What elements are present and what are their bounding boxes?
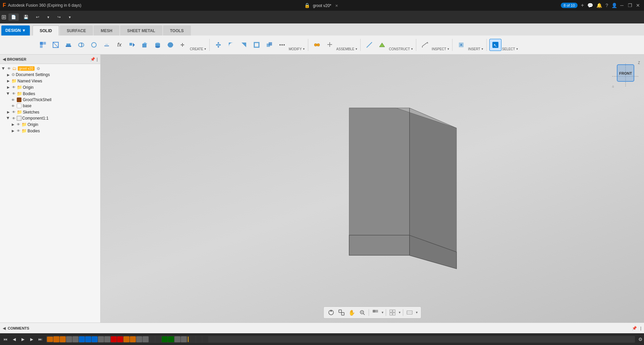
tl-item-13[interactable] bbox=[130, 336, 136, 342]
tl-item-7[interactable] bbox=[92, 336, 98, 342]
timeline-prev-btn[interactable]: ◀ bbox=[10, 335, 18, 343]
grid-menu-icon[interactable]: ⊞ bbox=[1, 13, 6, 21]
eye-bodies[interactable]: 👁 bbox=[11, 91, 16, 96]
shell-btn[interactable] bbox=[251, 39, 263, 51]
assemble-more-btn[interactable] bbox=[324, 39, 336, 51]
tab-surface[interactable]: SURFACE bbox=[60, 25, 93, 36]
measure-btn[interactable] bbox=[419, 39, 431, 51]
chamfer-btn[interactable] bbox=[238, 39, 250, 51]
construct-btn[interactable] bbox=[363, 39, 375, 51]
create-label[interactable]: CREATE ▼ bbox=[190, 47, 207, 51]
select-btn[interactable]: ↖ bbox=[489, 39, 501, 51]
redo-btn[interactable]: ↪ bbox=[55, 13, 63, 21]
tb-move-btn[interactable]: ✛ bbox=[177, 39, 189, 51]
arrow-origin[interactable]: ▶ bbox=[6, 85, 11, 90]
tl-item-18[interactable] bbox=[162, 336, 168, 342]
pan-btn[interactable]: ✋ bbox=[347, 308, 357, 317]
new-component-btn[interactable] bbox=[37, 39, 49, 51]
construct-label[interactable]: CONSTRUCT ▼ bbox=[389, 47, 413, 51]
chat-icon[interactable]: 💬 bbox=[587, 3, 593, 8]
modify-label[interactable]: MODIFY ▼ bbox=[289, 47, 305, 51]
joint-btn[interactable] bbox=[311, 39, 323, 51]
arrow-component1[interactable]: ▶ bbox=[6, 116, 11, 121]
design-button[interactable]: DESIGN ▼ bbox=[1, 25, 30, 36]
tb-sphere-btn[interactable] bbox=[164, 39, 176, 51]
timeline-settings-btn[interactable]: ⚙ bbox=[638, 337, 643, 342]
grid-toggle-btn[interactable] bbox=[388, 308, 397, 317]
tab-tools[interactable]: TOOLS bbox=[163, 25, 191, 36]
undo-btn[interactable]: ↩ bbox=[33, 13, 42, 21]
look-at-btn[interactable] bbox=[337, 308, 346, 317]
combine-btn[interactable] bbox=[263, 39, 275, 51]
arrow-comp-origin[interactable]: ▶ bbox=[11, 122, 15, 127]
arrow-bodies[interactable]: ▶ bbox=[6, 91, 11, 96]
zoom-btn[interactable] bbox=[358, 308, 367, 317]
viewport[interactable]: FRONT Z ⌂ ✋ bbox=[101, 55, 644, 323]
tl-item-24[interactable] bbox=[202, 336, 208, 342]
timeline-track[interactable] bbox=[46, 336, 635, 343]
minimize-btn[interactable]: ─ bbox=[619, 2, 625, 9]
arrow-doc-settings[interactable]: ▶ bbox=[6, 72, 11, 77]
revolve-btn[interactable] bbox=[75, 39, 87, 51]
browser-pin-icon[interactable]: 📌 bbox=[90, 57, 95, 62]
tree-item-base[interactable]: 👁 base bbox=[9, 103, 100, 109]
eye-groot[interactable]: 👁 bbox=[11, 97, 15, 102]
timeline-next-btn[interactable]: ▶ bbox=[28, 335, 36, 343]
save-btn[interactable]: 💾 bbox=[21, 13, 31, 21]
tl-item-14[interactable] bbox=[136, 336, 142, 342]
tree-item-origin[interactable]: ▶ 👁 📁 Origin bbox=[5, 84, 100, 90]
tree-item-comp-bodies[interactable]: ▶ 👁 📁 Bodies bbox=[9, 128, 100, 134]
tl-item-0[interactable] bbox=[47, 337, 53, 342]
tl-item-9[interactable] bbox=[104, 336, 110, 342]
undo-arrow[interactable]: ▼ bbox=[44, 14, 53, 20]
eye-root[interactable]: 👁 bbox=[7, 66, 11, 71]
loft-btn[interactable] bbox=[101, 39, 113, 51]
modify-more-btn[interactable] bbox=[276, 39, 288, 51]
tree-item-comp-origin[interactable]: ▶ 👁 📁 Origin bbox=[9, 121, 100, 128]
create-sketch-btn[interactable] bbox=[50, 39, 62, 51]
eye-origin[interactable]: 👁 bbox=[11, 85, 16, 90]
tl-item-6[interactable] bbox=[85, 336, 91, 342]
display-mode-btn[interactable] bbox=[371, 308, 380, 317]
browser-collapse-icon[interactable]: ◀ bbox=[3, 57, 6, 62]
tb-more-btn[interactable] bbox=[126, 39, 138, 51]
insert-btn[interactable] bbox=[455, 39, 467, 51]
file-menu[interactable]: 📄 bbox=[8, 13, 19, 21]
comments-collapse-icon[interactable]: ◀ bbox=[3, 326, 6, 331]
tl-item-11[interactable] bbox=[117, 336, 123, 342]
close-btn[interactable]: ✕ bbox=[635, 2, 641, 9]
inspect-label[interactable]: INSPECT ▼ bbox=[432, 47, 449, 51]
tb-cylinder-btn[interactable] bbox=[152, 39, 164, 51]
tl-item-23[interactable] bbox=[196, 336, 202, 342]
tl-item-21[interactable] bbox=[181, 336, 187, 342]
eye-sketches[interactable]: 👁 bbox=[11, 110, 16, 115]
formula-btn[interactable]: fx bbox=[113, 39, 125, 51]
tl-item-19[interactable] bbox=[168, 336, 174, 342]
tree-item-bodies[interactable]: ▶ 👁 📁 Bodies bbox=[5, 90, 100, 97]
grid-arrow[interactable]: ▼ bbox=[398, 311, 401, 314]
select-label[interactable]: SELECT ▼ bbox=[502, 47, 519, 51]
eye-comp-origin[interactable]: 👁 bbox=[16, 122, 21, 127]
assemble-label[interactable]: ASSEMBLE ▼ bbox=[336, 47, 358, 51]
tree-item-sketches[interactable]: ▶ 👁 📁 Sketches bbox=[5, 109, 100, 115]
tl-item-20[interactable] bbox=[174, 336, 180, 342]
tl-item-2[interactable] bbox=[60, 336, 66, 342]
tl-item-22[interactable] bbox=[190, 336, 196, 342]
add-tab-btn[interactable]: + bbox=[581, 2, 584, 8]
tl-item-17[interactable] bbox=[155, 336, 161, 342]
orbit-btn[interactable] bbox=[326, 308, 336, 317]
tree-item-named-views[interactable]: ▶ 📁 Named Views bbox=[5, 78, 100, 84]
insert-label[interactable]: INSERT ▼ bbox=[468, 47, 483, 51]
tree-item-component1[interactable]: ▶ 👁 Component1:1 bbox=[5, 115, 100, 121]
sweep-btn[interactable] bbox=[88, 39, 100, 51]
extrude-btn[interactable] bbox=[62, 39, 74, 51]
tl-item-12[interactable] bbox=[123, 336, 129, 342]
tl-item-1[interactable] bbox=[53, 336, 59, 342]
tl-item-3[interactable] bbox=[66, 336, 72, 342]
view-cube[interactable]: FRONT Z ⌂ bbox=[610, 58, 641, 88]
tree-item-root[interactable]: ▶ 👁 🗂 groot v20 ⚙ bbox=[0, 65, 100, 72]
tl-item-5[interactable] bbox=[79, 336, 85, 342]
tl-item-4[interactable] bbox=[72, 336, 78, 342]
eye-base[interactable]: 👁 bbox=[11, 104, 15, 108]
browser-expand-icon[interactable]: | bbox=[97, 57, 98, 62]
